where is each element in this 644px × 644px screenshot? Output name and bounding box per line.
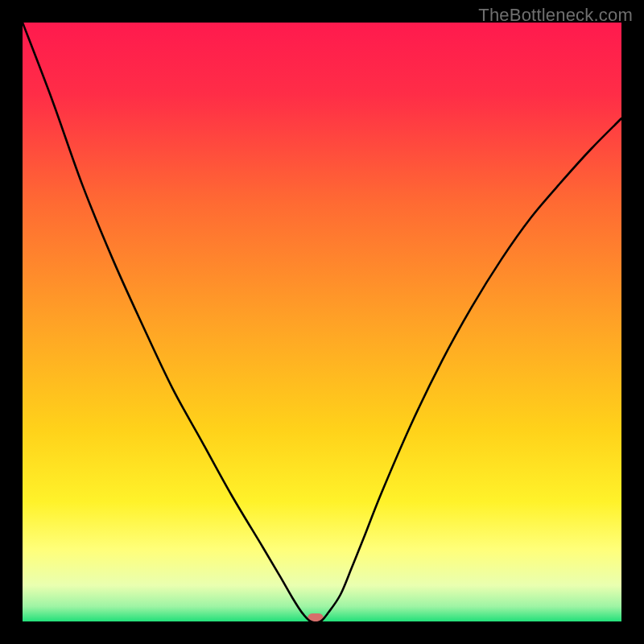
chart-frame: TheBottleneck.com [0, 0, 644, 644]
bottleneck-curve [23, 23, 621, 621]
plot-area [23, 23, 621, 621]
watermark-text: TheBottleneck.com [478, 5, 633, 26]
